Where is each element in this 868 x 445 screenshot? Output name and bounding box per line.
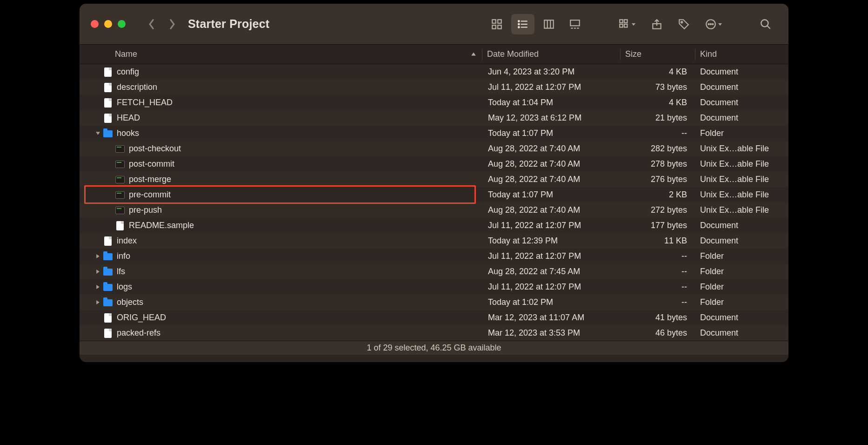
file-date: Today at 12:39 PM xyxy=(483,236,621,246)
document-icon xyxy=(103,313,113,323)
file-kind: Document xyxy=(695,98,788,108)
action-menu-button[interactable] xyxy=(699,14,728,34)
back-button[interactable] xyxy=(143,15,160,34)
column-view-button[interactable] xyxy=(537,14,561,34)
file-row[interactable]: README.sampleJul 11, 2022 at 12:07 PM177… xyxy=(80,218,788,233)
file-kind: Folder xyxy=(695,251,788,261)
disclosure-triangle[interactable] xyxy=(93,254,103,259)
file-name: HEAD xyxy=(117,113,140,123)
window-title: Starter Project xyxy=(188,17,269,31)
file-kind: Unix Ex…able File xyxy=(695,205,788,215)
executable-icon xyxy=(115,159,125,169)
svg-point-6 xyxy=(518,23,520,25)
file-size: -- xyxy=(621,251,695,261)
file-kind: Folder xyxy=(695,267,788,276)
disclosure-triangle[interactable] xyxy=(93,284,103,290)
file-name: lfs xyxy=(117,267,125,276)
file-date: Jul 11, 2022 at 12:07 PM xyxy=(483,282,621,292)
folder-icon xyxy=(103,251,113,262)
file-name: post-merge xyxy=(129,175,171,184)
file-row[interactable]: objectsToday at 1:02 PM--Folder xyxy=(80,295,788,310)
file-row[interactable]: pre-pushAug 28, 2022 at 7:40 AM272 bytes… xyxy=(80,202,788,218)
file-size: 276 bytes xyxy=(621,175,695,184)
file-size: 21 bytes xyxy=(621,113,695,123)
file-row[interactable]: FETCH_HEADToday at 1:04 PM4 KBDocument xyxy=(80,95,788,110)
file-row[interactable]: descriptionJul 11, 2022 at 12:07 PM73 by… xyxy=(80,80,788,95)
file-kind: Document xyxy=(695,236,788,246)
svg-rect-20 xyxy=(624,24,628,27)
share-icon xyxy=(651,18,663,30)
file-name: pre-commit xyxy=(129,190,171,200)
file-row[interactable]: infoJul 11, 2022 at 12:07 PM--Folder xyxy=(80,249,788,264)
svg-marker-32 xyxy=(96,132,100,135)
file-date: Today at 1:04 PM xyxy=(483,98,621,108)
search-button[interactable] xyxy=(754,14,777,34)
disclosure-triangle[interactable] xyxy=(93,269,103,274)
file-row[interactable]: logsJul 11, 2022 at 12:07 PM--Folder xyxy=(80,279,788,295)
file-name: ORIG_HEAD xyxy=(117,313,166,323)
zoom-window-button[interactable] xyxy=(118,20,126,28)
file-row[interactable]: ORIG_HEADMar 12, 2023 at 11:07 AM41 byte… xyxy=(80,310,788,325)
file-size: 278 bytes xyxy=(621,159,695,169)
svg-rect-1 xyxy=(498,20,501,23)
forward-button[interactable] xyxy=(164,15,180,34)
share-button[interactable] xyxy=(645,14,668,34)
gallery-icon xyxy=(569,18,581,30)
svg-point-25 xyxy=(708,23,709,24)
list-view-button[interactable] xyxy=(511,14,534,34)
file-kind: Unix Ex…able File xyxy=(695,175,788,184)
file-list[interactable]: configJun 4, 2023 at 3:20 PM4 KBDocument… xyxy=(80,64,788,341)
svg-rect-10 xyxy=(544,20,554,28)
executable-icon xyxy=(115,175,125,185)
svg-point-27 xyxy=(712,23,713,24)
file-row[interactable]: HEADMay 12, 2023 at 6:12 PM21 bytesDocum… xyxy=(80,110,788,126)
file-row[interactable]: indexToday at 12:39 PM11 KBDocument xyxy=(80,233,788,249)
column-header-name[interactable]: Name xyxy=(80,49,482,59)
disclosure-triangle[interactable] xyxy=(93,131,103,136)
icon-view-button[interactable] xyxy=(485,14,508,34)
svg-marker-31 xyxy=(471,52,476,55)
chevron-right-icon xyxy=(168,18,176,30)
file-row[interactable]: post-mergeAug 28, 2022 at 7:40 AM276 byt… xyxy=(80,172,788,187)
file-name: packed-refs xyxy=(117,328,160,338)
folder-icon xyxy=(103,128,113,139)
file-row[interactable]: pre-commitToday at 1:07 PM2 KBUnix Ex…ab… xyxy=(80,187,788,202)
file-row[interactable]: post-commitAug 28, 2022 at 7:40 AM278 by… xyxy=(80,156,788,172)
close-window-button[interactable] xyxy=(91,20,99,28)
tags-button[interactable] xyxy=(672,14,695,34)
file-row[interactable]: post-checkoutAug 28, 2022 at 7:40 AM282 … xyxy=(80,141,788,156)
file-kind: Document xyxy=(695,328,788,338)
svg-rect-3 xyxy=(498,25,501,29)
file-row[interactable]: hooksToday at 1:07 PM--Folder xyxy=(80,126,788,141)
file-row[interactable]: packed-refsMar 12, 2023 at 3:53 PM46 byt… xyxy=(80,325,788,341)
document-icon xyxy=(103,67,113,77)
file-size: -- xyxy=(621,267,695,276)
group-by-button[interactable] xyxy=(613,14,641,34)
file-date: Jun 4, 2023 at 3:20 PM xyxy=(483,67,621,77)
file-name: post-commit xyxy=(129,159,174,169)
file-size: 2 KB xyxy=(621,190,695,200)
gallery-view-button[interactable] xyxy=(563,14,587,34)
file-row[interactable]: configJun 4, 2023 at 3:20 PM4 KBDocument xyxy=(80,64,788,80)
status-bar: 1 of 29 selected, 46.25 GB available xyxy=(80,341,788,355)
list-icon xyxy=(517,18,529,30)
file-date: Jul 11, 2022 at 12:07 PM xyxy=(483,251,621,261)
file-kind: Document xyxy=(695,82,788,92)
file-row[interactable]: lfsAug 28, 2022 at 7:45 AM--Folder xyxy=(80,264,788,279)
file-size: 177 bytes xyxy=(621,221,695,230)
file-size: 11 KB xyxy=(621,236,695,246)
file-name: hooks xyxy=(117,128,139,138)
disclosure-triangle[interactable] xyxy=(93,300,103,305)
file-date: Today at 1:02 PM xyxy=(483,297,621,307)
columns-icon xyxy=(543,18,555,30)
document-icon xyxy=(103,113,113,123)
column-header-date[interactable]: Date Modified xyxy=(482,49,620,59)
file-kind: Document xyxy=(695,113,788,123)
file-name: README.sample xyxy=(129,221,194,230)
column-header-kind[interactable]: Kind xyxy=(695,49,788,59)
svg-marker-21 xyxy=(632,23,635,26)
minimize-window-button[interactable] xyxy=(104,20,112,28)
svg-point-26 xyxy=(710,23,711,24)
column-header-size[interactable]: Size xyxy=(621,49,695,59)
svg-marker-35 xyxy=(96,285,100,289)
